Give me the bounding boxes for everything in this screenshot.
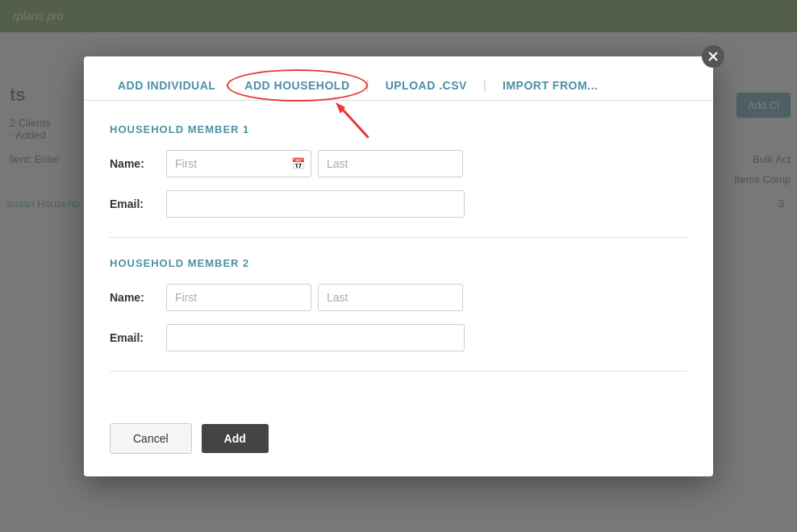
close-button[interactable] <box>702 45 724 68</box>
section-divider <box>110 237 687 238</box>
member1-email-row: Email: <box>110 190 687 218</box>
modal-body: HOUSEHOLD MEMBER 1 Name: 📅 Email: HOUSEH… <box>84 101 713 410</box>
member2-email-label: Email: <box>110 331 166 344</box>
tab-upload-csv[interactable]: UPLOAD .CSV <box>371 71 482 100</box>
cancel-button[interactable]: Cancel <box>110 423 192 454</box>
member1-last-input[interactable] <box>318 150 463 177</box>
member1-section-title: HOUSEHOLD MEMBER 1 <box>110 123 687 135</box>
add-button[interactable]: Add <box>202 424 269 453</box>
modal-overlay: ADD INDIVIDUAL ADD HOUSEHOLD | UPLOAD .C… <box>0 0 797 532</box>
tab-import-from[interactable]: IMPORT FROM... <box>488 71 612 100</box>
member1-first-wrapper: 📅 <box>166 150 311 177</box>
red-arrow-annotation <box>328 93 376 141</box>
modal-footer: Cancel Add <box>84 410 713 476</box>
tab-separator-2: | <box>482 78 488 93</box>
member2-first-input[interactable] <box>166 284 311 311</box>
member2-name-fields <box>166 284 687 311</box>
member1-email-label: Email: <box>110 197 166 210</box>
member2-email-row: Email: <box>110 324 687 351</box>
member1-name-row: Name: 📅 <box>110 150 687 177</box>
member2-name-label: Name: <box>110 291 166 304</box>
tab-add-individual[interactable]: ADD INDIVIDUAL <box>103 71 230 100</box>
modal-dialog: ADD INDIVIDUAL ADD HOUSEHOLD | UPLOAD .C… <box>84 56 713 476</box>
member1-name-label: Name: <box>110 157 166 170</box>
member1-email-input[interactable] <box>166 190 465 218</box>
svg-line-0 <box>342 109 368 137</box>
member2-name-row: Name: <box>110 284 687 311</box>
section-divider-2 <box>110 371 687 372</box>
member2-section-title: HOUSEHOLD MEMBER 2 <box>110 257 687 269</box>
member2-email-input[interactable] <box>166 324 465 351</box>
member1-first-input[interactable] <box>166 150 311 177</box>
member2-last-input[interactable] <box>318 284 463 311</box>
member1-name-fields: 📅 <box>166 150 687 177</box>
tab-bar: ADD INDIVIDUAL ADD HOUSEHOLD | UPLOAD .C… <box>84 56 713 101</box>
